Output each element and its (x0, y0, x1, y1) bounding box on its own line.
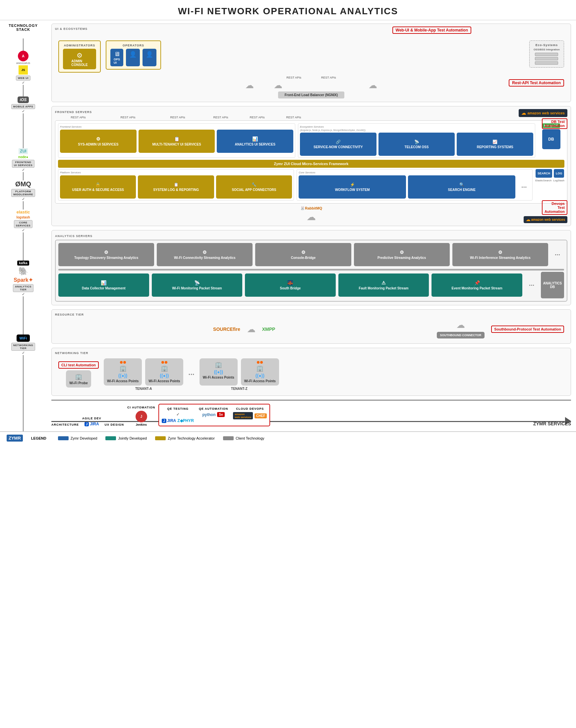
search-log-boxes: SEARCH LOG (536, 169, 565, 178)
ui-section-label: UI & ECOSYSTEMS (55, 27, 567, 30)
rest-api-1: REST APIs (286, 76, 301, 79)
analytics-separator (58, 269, 564, 271)
dot5 (257, 361, 259, 364)
stream-dots: ··· (551, 243, 564, 266)
ap-z2-wifi: ((●)) (256, 373, 264, 378)
legend-blue-label: Zymr Developed (70, 436, 97, 440)
wifi-icon: WiFi (19, 336, 27, 340)
resource-section: RESOURCE TIER SOURCEfire ☁ XMPP (51, 309, 571, 344)
webui-label: WEB UI (16, 76, 30, 81)
page-container: WI-FI NETWORK OPERATIONAL ANALYTICS TECH… (0, 0, 576, 444)
rabbitmq-text: 🐰RabbitMQ (300, 206, 322, 210)
aws-badge-frontend: ☁ amazon web services (519, 109, 567, 117)
js-logo: JS (19, 65, 28, 75)
legend-gold-box (155, 436, 166, 440)
cloud-devops-tools: amazonweb services CHEF (233, 412, 267, 419)
resource-row: SOURCEfire ☁ XMPP ☁ SOUTHBOUND CONNECTOR… (55, 318, 567, 340)
southbound-automation-label: Southbound-Protocol Test Automation (491, 326, 564, 333)
hadoop-logo: 🐘 (18, 267, 28, 276)
legend-title: LEGEND (31, 436, 47, 440)
ops-person-box: 👤 (126, 49, 140, 66)
analytics-check: ✓ (22, 292, 25, 297)
frontend-services-label: Frontend Services (60, 125, 293, 128)
legend-gray-label: Client Technology (236, 436, 264, 440)
core-icons: elastic logstash (16, 209, 30, 219)
analytics-section: ANALYTICS SERVERS ⚙ Topology Discovery S… (51, 230, 571, 305)
right-diagram: UI & ECOSYSTEMS Web-UI & Mobile-App Test… (47, 20, 576, 431)
agile-dev-label: AGILE DEV (82, 417, 102, 420)
framework-bar: Zymr ZUI Cloud Micro-Services Framework (58, 160, 565, 168)
jira2-section: J JIRA (162, 418, 176, 423)
cli-test-auto-label: CLI test Automation (58, 361, 99, 369)
ecosystem-services-container: Ecosystem Services (Angular.js, Node.js,… (298, 123, 535, 158)
core-services-label-inner: Core Services (298, 171, 530, 174)
south-bridge-icon: 🌉 (287, 280, 293, 285)
service-now-box: 🔗 SERVICE-NOW CONNECTIVITY (300, 133, 376, 156)
core-services-container: Core Services ⚡ WORKFLOW SYSTEM 🔍 SEARCH… (297, 169, 532, 201)
wifi-mon-icon: 📡 (194, 280, 200, 285)
rabbitmq-cloud-icon: ☁ (307, 212, 316, 222)
tenant-a-aps: 🏢 ((●)) Wi-Fi Access Points 🏢 (( (104, 358, 183, 386)
tenant-z-aps: 🏢 ((●)) Wi-Fi Access Points 🏢 (( (200, 358, 279, 386)
multi-tenancy-label: MULTI-TENANCY UI SERVICES (152, 143, 201, 146)
topology-box: ⚙ Topology Discovery Streaming Analytics (58, 243, 154, 266)
logstash-label: LogStash (553, 179, 565, 182)
cloud-devops-col: CLOUD DEVOPS amazonweb services CHEF (233, 407, 267, 423)
ap-z1-building: 🏢 (215, 361, 222, 368)
ios-logo: iOS (18, 96, 29, 103)
elastic-logo: elastic (17, 209, 30, 215)
administrators-box: ADMINISTRATORS ⚙ ADMINCONSOLE (58, 40, 101, 73)
ap-a2-wifi: ((●)) (160, 373, 169, 378)
bottom-services-section: ARCHITECTURE AGILE DEV J JIRA UX DESIGN … (51, 400, 571, 428)
mobile-icons: iOS (18, 96, 29, 103)
frontend-check: ✓ (22, 168, 25, 172)
ap-a1-building: 🏢 (119, 365, 126, 372)
frontend-label: FRONTENDUI SERVICES (12, 160, 34, 168)
legend-blue-box (58, 436, 68, 440)
sourcefire-logo: SOURCEfire (213, 327, 240, 332)
event-mon-icon: 📌 (474, 280, 480, 285)
fault-monitoring-box: ⚠ Fault Monitoring Packet Stream (338, 274, 429, 297)
sourcefire-text: SOURCEfire (213, 327, 240, 332)
legend-jointly-developed: Jointly Developed (106, 436, 147, 440)
tenant-z-section: 🏢 ((●)) Wi-Fi Access Points 🏢 (( (200, 358, 279, 391)
stream-dots2: ··· (525, 281, 538, 289)
aws-devops-badge: ☁ amazon web services (524, 216, 567, 223)
tech-group-networking: WiFi NETWORKINGTIER ✓ (2, 335, 45, 355)
aws-devops-logo: amazonweb services (233, 412, 253, 419)
wifi-probe-icon: 🏢 (75, 373, 82, 380)
event-monitoring-box: 📌 Event Monitoring Packet Stream (432, 274, 522, 297)
wifi-interf-icon: ⚙ (498, 250, 502, 255)
selenium-logo: Se (217, 412, 224, 417)
ap-a1-wifi: ((●)) (118, 373, 127, 378)
cloud2-icon: ☁ (274, 80, 282, 90)
legend-gray-box (223, 436, 234, 440)
platform-boxes-row: 🔒 USER AUTH & SECURE ACCESS 📋 SYSTEM LOG… (60, 175, 292, 199)
ap-z2-building: 🏢 (256, 365, 263, 372)
webui-check: ✓ (22, 81, 25, 85)
page-title: WI-FI NETWORK OPERATIONAL ANALYTICS (0, 0, 576, 20)
web-test-automation-label: Web-UI & Mobile-App Test Automation (393, 27, 471, 34)
devops-test-auto-label: DevopsTestAutomation (542, 200, 567, 215)
platform-check: ✓ (22, 197, 25, 201)
legend-gold-label: Zymr Technology Accelerator (168, 436, 215, 440)
services-inner-box: Frontend Services ⚙ SYS-ADMIN UI SERVICE… (55, 120, 567, 203)
dot1 (120, 361, 123, 364)
content-area: TECHNOLOGYSTACK A ANGULARJS JS WEB UI ✓ (0, 20, 576, 431)
web-test-auto-box: Web-UI & Mobile-App Test Automation (393, 27, 471, 34)
south-bridge-label: South Bridge (280, 286, 301, 290)
core-dots: ··· (517, 175, 530, 199)
user-auth-icon: 🔒 (95, 182, 100, 187)
reporting-icon: 📈 (492, 140, 497, 144)
mobile-label: MOBILE APPS (11, 104, 35, 109)
wifi-probe-label: Wi-Fi Probe (69, 381, 87, 385)
streaming-services-row: ⚙ Topology Discovery Streaming Analytics… (58, 243, 564, 266)
sys-admin-icon: ⚙ (96, 136, 100, 142)
xmpp-logo: XMPP (262, 327, 276, 332)
frontend-section-label: FRONTEND SERVERS (55, 110, 567, 114)
jenkins-section: J Jenkins (136, 411, 147, 426)
qe-automation-label: QE AUTOMATION (199, 407, 228, 411)
reporting-label: REPORTING SYSTEMS (477, 145, 513, 149)
analytics-section-label: ANALYTICS SERVERS (55, 234, 567, 238)
predictive-box: ⚙ Predictive Streaming Analytics (354, 243, 450, 266)
